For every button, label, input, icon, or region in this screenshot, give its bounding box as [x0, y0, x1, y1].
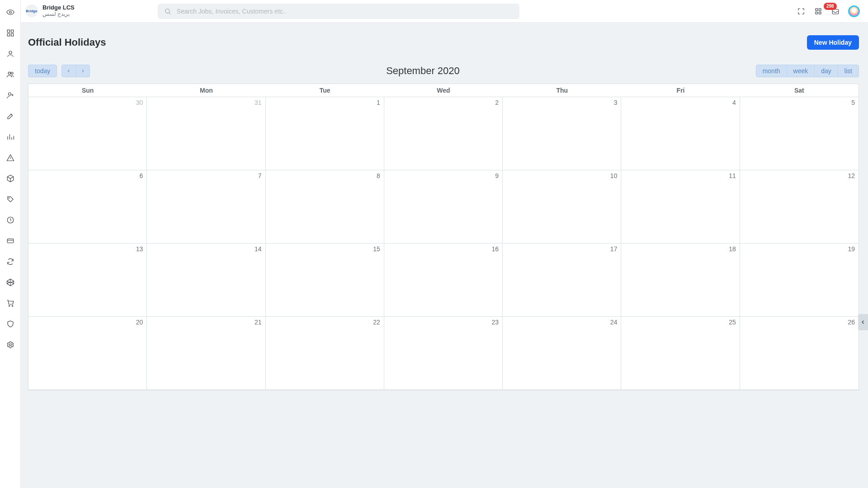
package-icon[interactable] [5, 173, 16, 184]
calendar-cell[interactable]: 25 [621, 317, 740, 390]
calendar-cell[interactable]: 20 [28, 317, 147, 390]
search-input[interactable] [176, 7, 513, 15]
users-icon[interactable] [5, 69, 16, 80]
global-search[interactable] [158, 4, 519, 19]
calendar-cell[interactable]: 10 [503, 170, 621, 244]
svg-rect-4 [11, 34, 13, 36]
card-icon[interactable] [5, 235, 16, 246]
cart-icon[interactable] [5, 298, 16, 309]
svg-point-5 [9, 51, 12, 54]
svg-point-7 [11, 72, 13, 75]
calendar-cell[interactable]: 17 [503, 244, 621, 317]
topbar: Bridge Bridge LCS بريدج لسس 298 [21, 0, 868, 23]
view-month-button[interactable]: month [756, 65, 787, 77]
view-list-button[interactable]: list [838, 65, 859, 77]
calendar-cell[interactable]: 22 [266, 317, 384, 390]
search-icon [164, 8, 171, 15]
svg-point-8 [8, 93, 11, 95]
calendar-day-header: Tue [266, 84, 384, 97]
svg-rect-18 [816, 12, 818, 14]
calendar-cell[interactable]: 3 [503, 97, 621, 170]
calendar: SunMonTueWedThuFriSat 303112345678910111… [28, 84, 859, 390]
codepen-icon[interactable] [5, 277, 16, 288]
view-day-button[interactable]: day [815, 65, 838, 77]
calendar-day-number: 4 [621, 99, 736, 106]
calendar-cell[interactable]: 15 [266, 244, 384, 317]
calendar-cell[interactable]: 11 [621, 170, 740, 244]
calendar-day-number: 14 [147, 245, 261, 253]
svg-point-13 [12, 305, 13, 306]
calendar-day-number: 22 [266, 319, 380, 326]
page-title: Official Holidays [28, 37, 106, 48]
tag-icon[interactable] [5, 194, 16, 205]
view-week-button[interactable]: week [787, 65, 815, 77]
calendar-cell[interactable]: 13 [28, 244, 147, 317]
svg-point-0 [9, 11, 11, 14]
svg-rect-3 [7, 34, 9, 36]
clock-icon[interactable] [5, 215, 16, 225]
calendar-cell[interactable]: 30 [28, 97, 147, 170]
svg-rect-17 [819, 9, 821, 11]
calendar-cell[interactable]: 5 [740, 97, 859, 170]
calendar-cell[interactable]: 14 [147, 244, 265, 317]
calendar-cell[interactable]: 6 [28, 170, 147, 244]
chevron-right-icon [80, 69, 85, 73]
calendar-cell[interactable]: 21 [147, 317, 265, 390]
next-button[interactable] [76, 65, 90, 77]
calendar-cell[interactable]: 24 [503, 317, 621, 390]
calendar-cell[interactable]: 1 [266, 97, 384, 170]
brand-title: Bridge LCS [42, 5, 75, 11]
calendar-cell[interactable]: 18 [621, 244, 740, 317]
svg-rect-11 [7, 239, 14, 243]
prev-button[interactable] [61, 65, 76, 77]
calendar-cell[interactable]: 7 [147, 170, 265, 244]
dashboard-icon[interactable] [5, 28, 16, 38]
calendar-cell[interactable]: 16 [384, 244, 503, 317]
brand-subtitle: بريدج لسس [42, 11, 75, 18]
calendar-day-number: 30 [28, 99, 143, 106]
inbox-icon[interactable]: 298 [831, 7, 840, 16]
calendar-day-number: 21 [147, 319, 261, 326]
svg-point-14 [9, 344, 11, 346]
calendar-day-number: 24 [503, 319, 617, 326]
gear-icon[interactable] [5, 339, 16, 350]
calendar-day-number: 9 [384, 172, 499, 179]
chevron-left-icon [860, 319, 866, 325]
calendar-cell[interactable]: 2 [384, 97, 503, 170]
collapse-panel-button[interactable] [858, 314, 868, 330]
calendar-day-number: 25 [621, 319, 736, 326]
calendar-day-number: 5 [740, 99, 855, 106]
edit-icon[interactable] [5, 111, 16, 122]
apps-icon[interactable] [814, 7, 823, 16]
calendar-cell[interactable]: 9 [384, 170, 503, 244]
new-holiday-button[interactable]: New Holiday [807, 35, 859, 50]
calendar-cell[interactable]: 23 [384, 317, 503, 390]
calendar-day-number: 26 [740, 319, 855, 326]
brand[interactable]: Bridge Bridge LCS بريدج لسس [25, 5, 75, 18]
avatar[interactable] [848, 5, 860, 17]
calendar-cell[interactable]: 12 [740, 170, 859, 244]
today-button[interactable]: today [28, 65, 57, 77]
user-icon[interactable] [5, 48, 16, 59]
refresh-icon[interactable] [5, 256, 16, 267]
user-add-icon[interactable] [5, 90, 16, 101]
warning-icon[interactable] [5, 152, 16, 163]
calendar-day-number: 31 [147, 99, 261, 106]
eye-icon[interactable] [5, 7, 16, 18]
calendar-day-number: 18 [621, 245, 736, 253]
calendar-cell[interactable]: 8 [266, 170, 384, 244]
calendar-day-number: 8 [266, 172, 380, 179]
fullscreen-icon[interactable] [797, 7, 806, 16]
calendar-cell[interactable]: 31 [147, 97, 265, 170]
chart-icon[interactable] [5, 131, 16, 142]
calendar-day-number: 12 [740, 172, 855, 179]
calendar-cell[interactable]: 26 [740, 317, 859, 390]
calendar-day-number: 1 [266, 99, 380, 106]
shield-icon[interactable] [5, 319, 16, 329]
calendar-day-header: Wed [384, 84, 503, 97]
svg-rect-16 [816, 9, 818, 11]
svg-point-9 [9, 197, 9, 198]
chevron-left-icon [66, 69, 71, 73]
calendar-cell[interactable]: 4 [621, 97, 740, 170]
calendar-cell[interactable]: 19 [740, 244, 859, 317]
